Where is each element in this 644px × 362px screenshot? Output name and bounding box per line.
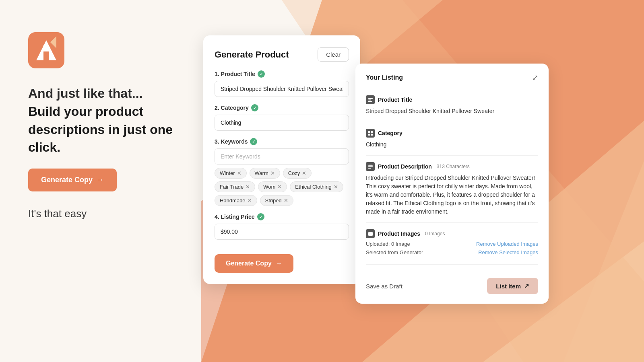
keyword-tag: Handmade✕	[215, 195, 257, 206]
product-title-input[interactable]	[215, 81, 349, 97]
category-input[interactable]	[215, 115, 349, 131]
save-as-draft-button[interactable]: Save as Draft	[366, 279, 402, 294]
category-section: 2. Cateogory ✓	[215, 104, 349, 131]
external-link-icon[interactable]: ⤢	[532, 73, 538, 82]
tag-remove-icon[interactable]: ✕	[248, 198, 252, 203]
generate-copy-left-label: Generate Copy	[41, 176, 93, 184]
generate-copy-form-label: Generate Copy	[226, 260, 272, 267]
logo	[28, 32, 64, 68]
price-check-icon: ✓	[257, 213, 264, 220]
keywords-check-icon: ✓	[250, 138, 257, 145]
listing-description-section: Product Description 313 Characters Intro…	[366, 162, 538, 223]
list-item-arrow: ↗	[524, 282, 529, 290]
listing-product-title-value: Striped Dropped Shoulder Knitted Pullove…	[366, 107, 538, 115]
price-input[interactable]	[215, 224, 349, 240]
list-item-button[interactable]: List Item ↗	[487, 278, 538, 294]
footer-text: It's that easy	[28, 208, 177, 220]
keyword-tag: Wom✕	[258, 181, 287, 192]
tags-container: Winter✕Warm✕Cozy✕Fair Trade✕Wom✕Ethical …	[215, 168, 349, 206]
clear-button[interactable]: Clear	[318, 47, 349, 62]
keywords-section: 3. Keywords ✓ Winter✕Warm✕Cozy✕Fair Trad…	[215, 138, 349, 206]
listing-description-label: Product Description	[378, 163, 432, 170]
tag-remove-icon[interactable]: ✕	[237, 171, 242, 176]
price-section: 4. Listing Price ✓	[215, 213, 349, 240]
form-card: Generate Product Clear 1. Product Title …	[203, 35, 360, 284]
listing-images-section: Product Images 0 Images Uploaded: 0 Imag…	[366, 229, 538, 265]
form-header: Generate Product Clear	[215, 47, 349, 62]
product-title-check-icon: ✓	[258, 70, 265, 78]
keywords-input[interactable]	[215, 148, 349, 165]
listing-card: Your Listing ⤢ Product Title Striped Dro…	[355, 64, 549, 304]
keyword-tag: Winter✕	[215, 168, 247, 179]
tag-remove-icon[interactable]: ✕	[246, 184, 250, 189]
listing-title: Your Listing	[366, 74, 403, 81]
keyword-tag: Ethical Clothing✕	[290, 181, 343, 192]
listing-product-title-section: Product Title Striped Dropped Shoulder K…	[366, 95, 538, 122]
selected-images-row: Selected from Generator Remove Selected …	[366, 249, 538, 255]
generate-copy-left-arrow: →	[97, 176, 104, 184]
generate-copy-left-button[interactable]: Generate Copy →	[28, 169, 117, 191]
listing-product-title-label: Product Title	[378, 97, 412, 103]
svg-rect-15	[368, 134, 370, 136]
tagline: And just like that... Build your product…	[28, 84, 177, 156]
product-title-label: 1. Product Title ✓	[215, 70, 349, 78]
remove-uploaded-button[interactable]: Remove Uploaded Images	[476, 241, 538, 247]
svg-marker-8	[43, 45, 49, 51]
listing-description-char-count: 313 Characters	[437, 164, 470, 169]
listing-category-section: Category Clothing	[366, 129, 538, 156]
svg-rect-12	[368, 101, 372, 102]
listing-images-count: 0 Images	[425, 231, 445, 237]
product-title-section: 1. Product Title ✓	[215, 70, 349, 97]
listing-images-label: Product Images	[378, 230, 420, 237]
svg-rect-17	[368, 165, 372, 165]
category-label: 2. Cateogory ✓	[215, 104, 349, 111]
tag-remove-icon[interactable]: ✕	[270, 171, 275, 176]
keyword-tag: Warm✕	[250, 168, 280, 179]
svg-point-21	[369, 232, 370, 233]
keyword-tag: Cozy✕	[283, 168, 312, 179]
listing-header: Your Listing ⤢	[366, 73, 538, 88]
selected-from-generator-label: Selected from Generator	[366, 249, 423, 255]
svg-rect-14	[371, 131, 373, 133]
form-title: Generate Product	[215, 49, 289, 60]
listing-description-header: Product Description 313 Characters	[366, 162, 538, 171]
images-section-icon	[366, 229, 375, 238]
category-check-icon: ✓	[251, 104, 258, 111]
description-section-icon	[366, 162, 375, 171]
svg-rect-13	[368, 131, 370, 133]
listing-footer: Save as Draft List Item ↗	[366, 272, 538, 294]
tag-remove-icon[interactable]: ✕	[302, 171, 306, 176]
tag-remove-icon[interactable]: ✕	[284, 198, 288, 203]
tag-remove-icon[interactable]: ✕	[334, 184, 338, 189]
listing-category-value: Clothing	[366, 140, 538, 149]
generate-copy-form-arrow: →	[276, 260, 282, 267]
listing-product-title-header: Product Title	[366, 95, 538, 104]
category-section-icon	[366, 129, 375, 138]
price-label: 4. Listing Price ✓	[215, 213, 349, 220]
uploaded-images-row: Uploaded: 0 Image Remove Uploaded Images	[366, 241, 538, 247]
remove-selected-button[interactable]: Remove Selected Images	[478, 249, 538, 255]
generate-copy-form-button[interactable]: Generate Copy →	[215, 254, 293, 273]
left-panel: And just like that... Build your product…	[28, 32, 177, 220]
product-title-section-icon	[366, 95, 375, 104]
svg-rect-18	[368, 166, 372, 167]
listing-category-label: Category	[378, 130, 402, 136]
tag-remove-icon[interactable]: ✕	[277, 184, 282, 189]
listing-images-header: Product Images 0 Images	[366, 229, 538, 238]
svg-rect-11	[368, 99, 371, 100]
keyword-tag: Striped✕	[260, 195, 293, 206]
svg-rect-20	[368, 232, 372, 235]
svg-rect-10	[368, 98, 372, 99]
list-item-label: List Item	[496, 283, 521, 290]
uploaded-label: Uploaded: 0 Image	[366, 241, 410, 247]
keywords-label: 3. Keywords ✓	[215, 138, 349, 145]
listing-description-value: Introducing our Striped Dropped Shoulder…	[366, 174, 538, 216]
svg-rect-19	[368, 168, 371, 169]
keyword-tag: Fair Trade✕	[215, 181, 255, 192]
svg-rect-16	[371, 134, 373, 136]
listing-category-header: Category	[366, 129, 538, 138]
